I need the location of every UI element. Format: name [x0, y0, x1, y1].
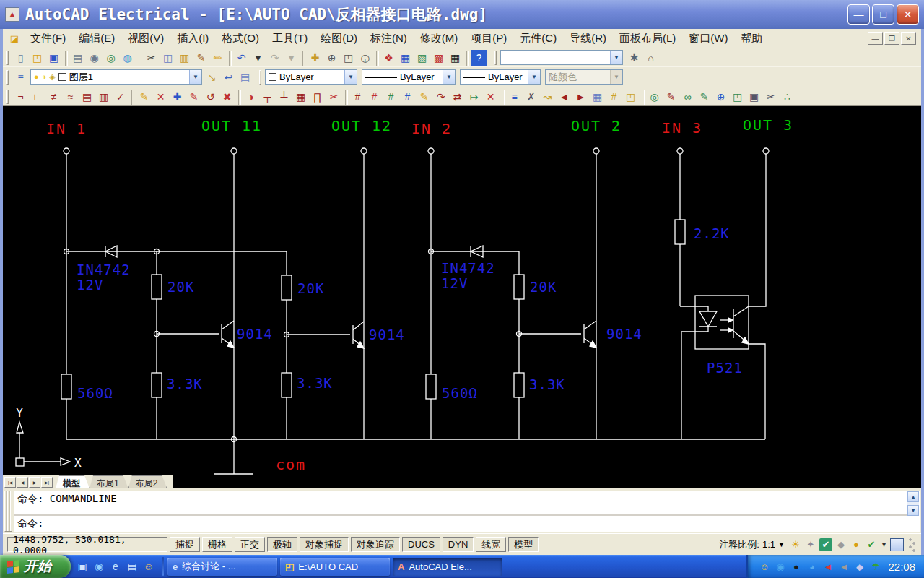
ortho-toggle[interactable]: 正交: [235, 537, 265, 552]
wire-number-grid-button[interactable]: #: [606, 89, 622, 105]
otrack-toggle[interactable]: 对象追踪: [351, 537, 400, 552]
etransmit-button[interactable]: ◍: [119, 50, 136, 66]
settings-button[interactable]: ✱: [626, 50, 642, 66]
wire-number-leader-button[interactable]: ↦: [466, 89, 482, 105]
component-edit-button[interactable]: ✎: [186, 89, 202, 105]
mail-icon[interactable]: ▤: [125, 559, 139, 574]
ie-quicklaunch-icon[interactable]: e: [108, 559, 123, 574]
status-ok-icon[interactable]: ✔: [865, 538, 878, 551]
multiple-wire-bus-button[interactable]: ≠: [45, 89, 62, 105]
ladder-insert-button[interactable]: ▤: [79, 89, 95, 105]
coordinate-readout[interactable]: 1448.9752, 530.0181, 0.0000: [7, 537, 167, 552]
layer-previous-button[interactable]: ↩: [220, 69, 237, 85]
quickcalc-button[interactable]: ▦: [447, 50, 463, 66]
layer-states-button[interactable]: ▤: [237, 69, 253, 85]
next-drawing-button[interactable]: ►: [572, 89, 589, 105]
next-tab-button[interactable]: ▶: [29, 477, 40, 488]
command-history[interactable]: 命令: COMMANDLINE: [14, 491, 919, 516]
model-space-toggle[interactable]: 模型: [508, 537, 539, 552]
redo-button[interactable]: ↷: [266, 50, 283, 66]
signal-surfer-button[interactable]: ↝: [539, 89, 556, 105]
lineweight-toggle[interactable]: 线宽: [476, 537, 506, 552]
audio-device-tray-icon[interactable]: ◄: [837, 561, 850, 573]
match-properties-button[interactable]: ✎: [193, 50, 209, 66]
component-erase-button[interactable]: ✖: [219, 89, 235, 105]
tray-expand-arrow[interactable]: ▾: [882, 540, 886, 548]
drawing-erase-button[interactable]: ▩: [430, 50, 447, 66]
wire-number-flip-button[interactable]: ⇄: [449, 89, 466, 105]
layer-freeze-icon[interactable]: ◑: [42, 73, 47, 81]
menu-component[interactable]: 元件(C): [513, 30, 563, 48]
panel-layout-button[interactable]: ◰: [622, 89, 639, 105]
prev-tab-button[interactable]: ◀: [17, 477, 28, 488]
trim-wire-button[interactable]: ✂: [326, 89, 342, 105]
first-tab-button[interactable]: |◀: [4, 477, 16, 488]
command-scrollbar[interactable]: ▲ ▼: [907, 491, 919, 516]
menu-edit[interactable]: 编辑(E): [72, 30, 121, 48]
combo-dropdown-arrow[interactable]: ▼: [189, 70, 201, 84]
menu-window[interactable]: 窗口(W): [682, 30, 734, 48]
mdi-restore-button[interactable]: ❐: [884, 32, 899, 45]
markup-button[interactable]: ✏: [209, 50, 226, 66]
wire-number-copy-button[interactable]: #: [383, 89, 399, 105]
layer-on-bulb-icon[interactable]: ●: [34, 73, 39, 81]
wire-number-erase-button[interactable]: ✕: [482, 89, 499, 105]
thunder-tray-icon[interactable]: ◆: [853, 561, 866, 573]
plc-grid-button[interactable]: ∴: [779, 89, 796, 105]
maximize-button[interactable]: □: [872, 4, 894, 25]
help-button[interactable]: ?: [471, 50, 487, 66]
make-object-layer-current-button[interactable]: ↘: [204, 69, 220, 85]
undo-dropdown-arrow[interactable]: ▾: [250, 50, 266, 66]
annotation-scale-value[interactable]: 1:1: [762, 539, 775, 550]
close-button[interactable]: ✕: [897, 4, 919, 25]
annotation-autoscale-icon[interactable]: ✦: [804, 538, 817, 551]
menu-file[interactable]: 文件(F): [24, 30, 72, 48]
wire-number-swap-button[interactable]: ↷: [432, 89, 449, 105]
ducs-toggle[interactable]: DUCS: [402, 537, 440, 552]
osnap-toggle[interactable]: 对象捕捉: [300, 537, 349, 552]
open-file-button[interactable]: ◰: [29, 50, 45, 66]
menu-project[interactable]: 项目(P): [464, 30, 513, 48]
reports-table-button[interactable]: ▦: [589, 89, 606, 105]
box-move-button[interactable]: ◳: [729, 89, 746, 105]
scroll-down-icon[interactable]: ▼: [907, 505, 919, 516]
last-tab-button[interactable]: ▶|: [41, 477, 53, 488]
paste-button[interactable]: ▥: [176, 50, 193, 66]
combo-dropdown-arrow[interactable]: ▼: [528, 70, 540, 84]
stretch-wire-button[interactable]: ∏: [309, 89, 326, 105]
pan-button[interactable]: ✚: [307, 50, 323, 66]
sogou-pinyin-tray-icon[interactable]: ☺: [758, 561, 770, 573]
wire-number-edit-button[interactable]: #: [366, 89, 383, 105]
search-combo[interactable]: ▼: [500, 50, 623, 65]
layout2-tab[interactable]: 布局2: [128, 475, 167, 488]
menu-help[interactable]: 帮助: [734, 30, 769, 48]
ladder-revise-button[interactable]: ▥: [95, 89, 112, 105]
zoom-window-button[interactable]: ◳: [340, 50, 357, 66]
menu-insert[interactable]: 插入(I): [170, 30, 215, 48]
undo-button[interactable]: ↶: [233, 50, 250, 66]
menu-panel-layout[interactable]: 面板布局(L): [613, 30, 682, 48]
drawing-canvas[interactable]: IN 1 OUT 11 OUT 12 IN 2 OUT 2 IN 3 OUT 3…: [3, 106, 921, 489]
command-input[interactable]: 命令:: [14, 516, 919, 531]
antivirus-umbrella-tray-icon[interactable]: ☂: [869, 561, 881, 573]
ladder-bar-button[interactable]: ▦: [292, 89, 309, 105]
layout1-tab[interactable]: 布局1: [90, 475, 128, 488]
color-combo[interactable]: ByLayer ▼: [265, 69, 357, 85]
menu-tools[interactable]: 工具(T): [266, 30, 314, 48]
multi-trim-button[interactable]: ✂: [762, 89, 779, 105]
command-window-drag-handle[interactable]: [4, 491, 12, 532]
show-desktop-icon[interactable]: ▣: [75, 559, 90, 574]
menu-wire[interactable]: 导线(R): [563, 30, 613, 48]
annotation-scale-dropdown-arrow[interactable]: ▼: [778, 541, 785, 548]
cross-reference-button[interactable]: ✗: [523, 89, 539, 105]
toolbar-lock-icon[interactable]: ●: [850, 538, 863, 551]
component-move-button[interactable]: ✚: [169, 89, 186, 105]
start-button[interactable]: 开始: [0, 555, 71, 578]
menu-dimension[interactable]: 标注(N): [364, 30, 414, 48]
circuit-builder-button[interactable]: ◎: [646, 89, 663, 105]
model-tab[interactable]: 模型: [56, 475, 90, 488]
toolbar-drag-handle[interactable]: [494, 51, 497, 65]
layer-properties-button[interactable]: ≡: [12, 69, 29, 85]
menu-draw[interactable]: 绘图(D): [314, 30, 364, 48]
wire-insert-button[interactable]: ¬: [12, 89, 29, 105]
